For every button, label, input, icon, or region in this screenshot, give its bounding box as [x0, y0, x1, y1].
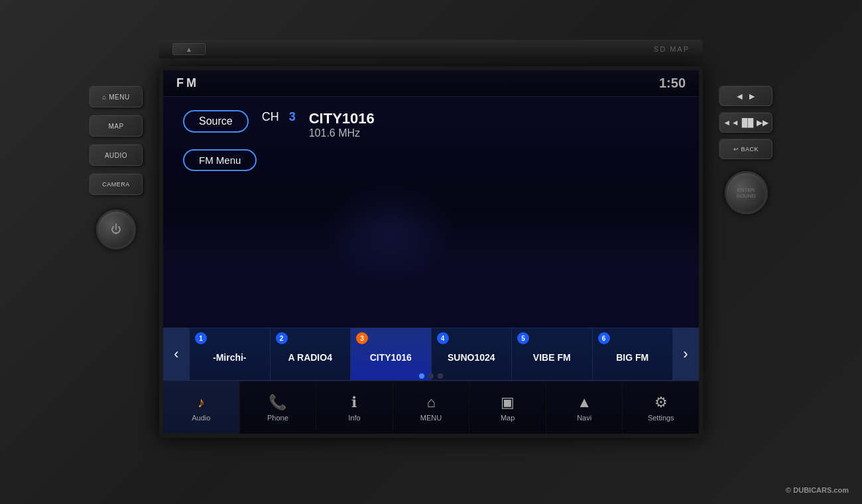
nav-item-settings[interactable]: ⚙Settings [623, 381, 699, 434]
preset-name-1: -Mirchi- [213, 352, 247, 363]
preset-name-5: VIBE FM [533, 352, 571, 363]
preset-name-3: CITY1016 [370, 352, 412, 363]
source-button[interactable]: Source [183, 110, 249, 133]
nav-label-navi: Navi [577, 414, 591, 422]
ch-label: CH [262, 110, 279, 124]
preset-item-6[interactable]: 6BIG FM [593, 328, 673, 380]
nav-icon-info: ℹ [351, 394, 357, 411]
right-controls: ◄ ► ◄◄ ██ ▶▶ ↩ BACK ENTER SOUND [703, 80, 789, 424]
next-preset-arrow[interactable]: › [672, 328, 699, 381]
source-row: Source CH 3 CITY1016 101.6 MHz [183, 110, 679, 139]
preset-item-3[interactable]: 3CITY1016 [351, 328, 432, 380]
preset-name-4: SUNO1024 [448, 352, 495, 363]
nav-item-audio[interactable]: ♪Audio [163, 381, 240, 434]
preset-badge-3: 3 [356, 332, 368, 344]
nav-label-info: Info [348, 414, 360, 422]
camera-button[interactable]: CAMERA [90, 174, 143, 195]
station-details: CITY1016 101.6 MHz [309, 110, 375, 139]
preset-item-4[interactable]: 4SUNO1024 [432, 328, 513, 380]
prev-preset-arrow[interactable]: ‹ [163, 328, 190, 381]
menu-button[interactable]: ⌂ MENU [90, 86, 143, 107]
enter-sound-knob[interactable]: ENTER SOUND [725, 171, 768, 214]
eject-button[interactable]: ▲ [172, 43, 206, 55]
screen-time: 1:50 [659, 76, 686, 91]
nav-icon-menu: ⌂ [426, 394, 435, 411]
preset-badge-5: 5 [517, 332, 529, 344]
nav-icon-map: ▣ [501, 394, 515, 411]
power-knob[interactable]: ⏻ [96, 210, 136, 249]
nav-icon-navi: ▲ [577, 394, 591, 411]
station-freq: 101.6 MHz [309, 127, 375, 139]
sound-label: SOUND [737, 193, 756, 199]
dots-indicator [419, 373, 443, 379]
nav-item-phone[interactable]: 📞Phone [240, 381, 317, 434]
ch-number: 3 [289, 110, 296, 124]
preset-badge-6: 6 [598, 332, 610, 344]
preset-item-5[interactable]: 5VIBE FM [512, 328, 593, 380]
screen-top-bar: FM 1:50 [163, 70, 699, 97]
screen-glow [324, 182, 456, 281]
preset-badge-4: 4 [437, 332, 449, 344]
nav-label-settings: Settings [648, 414, 674, 422]
channel-info: CH 3 [262, 110, 296, 124]
top-strip: ▲ SD MAP [159, 40, 703, 58]
seek-button[interactable]: ◄◄ ██ ▶▶ [719, 113, 772, 133]
nav-item-info[interactable]: ℹInfo [316, 381, 393, 434]
power-icon: ⏻ [111, 223, 121, 235]
dot-3 [438, 373, 443, 379]
dot-1 [419, 373, 424, 379]
nav-icon-settings: ⚙ [654, 394, 668, 411]
nav-label-phone: Phone [267, 414, 288, 422]
station-name: CITY1016 [309, 110, 375, 127]
nav-item-menu[interactable]: ⌂MENU [393, 381, 470, 434]
fm-menu-button[interactable]: FM Menu [183, 149, 257, 171]
preset-name-2: A RADIO4 [288, 352, 332, 363]
bottom-nav: ♪Audio📞PhoneℹInfo⌂MENU▣Map▲Navi⚙Settings [163, 381, 699, 434]
preset-name-6: BIG FM [616, 352, 648, 363]
watermark: © DUBICARS.com [786, 486, 849, 494]
left-controls: ⌂ MENU MAP AUDIO CAMERA ⏻ [73, 80, 159, 424]
preset-item-2[interactable]: 2A RADIO4 [271, 328, 351, 380]
screen-title: FM [176, 76, 199, 90]
nav-icon-phone: 📞 [269, 394, 286, 411]
vol-up-down-button[interactable]: ◄ ► [719, 86, 772, 106]
nav-item-navi[interactable]: ▲Navi [546, 381, 623, 434]
preset-items: 1-Mirchi-2A RADIO43CITY10164SUNO10245VIB… [190, 328, 672, 380]
nav-label-audio: Audio [192, 414, 210, 422]
back-button[interactable]: ↩ BACK [719, 139, 772, 159]
nav-item-map[interactable]: ▣Map [469, 381, 546, 434]
preset-badge-2: 2 [276, 332, 288, 344]
preset-item-1[interactable]: 1-Mirchi- [190, 328, 271, 380]
nav-label-map: Map [501, 414, 515, 422]
nav-icon-audio: ♪ [198, 394, 205, 411]
car-panel: ▲ SD MAP ⌂ MENU MAP AUDIO CAMERA ⏻ FM 1:… [0, 0, 862, 504]
map-button[interactable]: MAP [90, 115, 143, 137]
enter-label: ENTER [737, 187, 755, 193]
screen-container: FM 1:50 Source CH 3 CITY1016 101.6 MHz F… [159, 66, 703, 438]
dot-2 [428, 373, 434, 379]
nav-label-menu: MENU [420, 414, 442, 422]
preset-bar: ‹ 1-Mirchi-2A RADIO43CITY10164SUNO10245V… [163, 328, 699, 381]
audio-button[interactable]: AUDIO [90, 145, 143, 166]
sd-label: SD MAP [654, 45, 690, 53]
preset-badge-1: 1 [195, 332, 207, 344]
